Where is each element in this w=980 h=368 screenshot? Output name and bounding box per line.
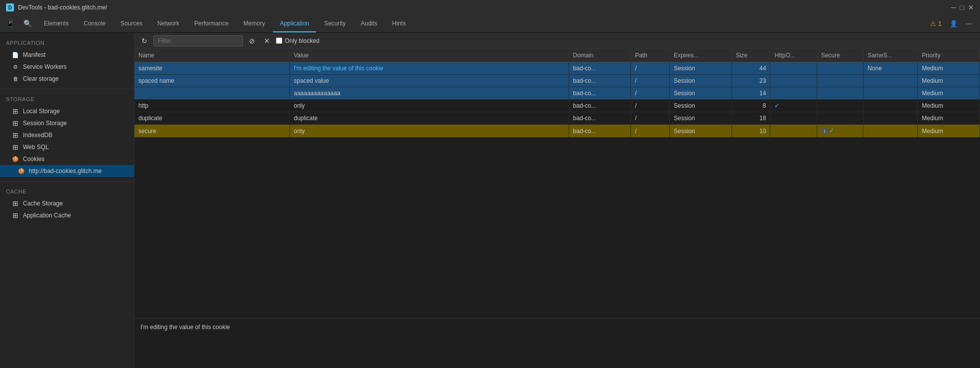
cache-storage-icon: ⊞ [12,200,19,207]
table-row[interactable]: samesiteI'm editing the value of this co… [134,62,980,75]
col-path[interactable]: Path [631,49,670,62]
cookies-table-container: Name Value Domain Path Expires... Size H… [134,49,980,318]
checkmark-icon: ✓ [829,127,834,134]
sidebar-divider-2 [0,181,134,182]
tab-console[interactable]: Console [77,15,113,32]
table-row[interactable]: httponlybad-co.../Session8✓Medium [134,100,980,112]
devtools-icon: D [6,3,14,11]
cell-name [134,87,289,100]
cell-priority: Medium [918,87,980,100]
tab-audits[interactable]: Audits [354,15,384,32]
tab-inspect[interactable]: 🔍 [19,15,36,32]
minimize-button[interactable]: ─ [951,3,956,11]
tabbar-actions: ⚠ 1 👤 ⋯ [928,15,978,32]
settings-icon[interactable]: 👤 [948,18,960,29]
cell-domain: bad-co... [569,100,631,112]
col-secure[interactable]: Secure [817,49,863,62]
col-expires[interactable]: Expires... [670,49,732,62]
sidebar-item-application-cache-label: Application Cache [23,212,71,219]
tab-performance[interactable]: Performance [187,15,236,32]
alert-badge[interactable]: ⚠ 1 [928,18,944,29]
col-httpo[interactable]: HttpO... [770,49,817,62]
table-row[interactable]: secureonlybad-co.../Session10i✓Medium [134,125,980,138]
cell-value: duplicate [289,112,569,125]
sidebar-item-indexeddb[interactable]: ⊞ IndexedDB [0,129,134,141]
col-value[interactable]: Value [289,49,569,62]
cell-path: / [631,100,670,112]
cell-domain: bad-co... [569,112,631,125]
only-blocked-label: Only blocked [285,37,319,44]
cell-secure [817,75,863,87]
more-icon[interactable]: ⋯ [964,18,974,29]
cell-size: 14 [732,87,770,100]
only-blocked-input[interactable] [276,37,282,44]
sidebar-item-manifest-label: Manifest [23,51,45,58]
indexeddb-icon: ⊞ [12,132,19,139]
col-sames[interactable]: SameS... [863,49,918,62]
tab-application[interactable]: Application [273,15,316,32]
col-domain[interactable]: Domain [569,49,631,62]
cell-path: / [631,75,670,87]
sidebar-item-clear-storage[interactable]: 🗑 Clear storage [0,73,134,85]
cell-httpo [770,125,817,138]
cell-httpo: ✓ [770,100,817,112]
table-row[interactable]: aaaaaaaaaaaaaabad-co.../Session14Medium [134,87,980,100]
sidebar-item-service-workers[interactable]: ⚙ Service Workers [0,61,134,73]
sidebar-item-manifest[interactable]: 📄 Manifest [0,49,134,61]
sidebar-item-cookies[interactable]: 🍪 Cookies [0,153,134,165]
sidebar-item-indexeddb-label: IndexedDB [23,132,52,139]
sidebar-sub-item-cookie-site[interactable]: 🍪 http://bad-cookies.glitch.me [0,165,134,177]
service-workers-icon: ⚙ [12,63,19,70]
web-sql-icon: ⊞ [12,144,19,151]
col-priority[interactable]: Priority [918,49,980,62]
col-name[interactable]: Name [134,49,289,62]
cell-sames [863,100,918,112]
cell-value: I'm editing the value of this cookie [289,62,569,75]
sidebar-item-session-storage[interactable]: ⊞ Session Storage [0,117,134,129]
cell-value: spaced value [289,75,569,87]
tab-device-toggle[interactable]: 📱 [2,15,18,32]
tab-hints[interactable]: Hints [385,15,413,32]
sidebar-item-application-cache[interactable]: ⊞ Application Cache [0,209,134,221]
sidebar-item-cache-storage[interactable]: ⊞ Cache Storage [0,197,134,209]
sidebar-item-cookies-label: Cookies [23,156,44,163]
cell-httpo [770,112,817,125]
cell-domain: bad-co... [569,62,631,75]
tab-network[interactable]: Network [150,15,186,32]
cell-sames [863,125,918,138]
block-icon[interactable]: ⊘ [246,35,258,47]
cell-expires: Session [670,100,732,112]
cell-size: 10 [732,125,770,138]
cell-expires: Session [670,87,732,100]
refresh-button[interactable]: ↻ [138,35,150,47]
filter-input[interactable] [153,35,243,46]
sidebar-item-service-workers-label: Service Workers [23,63,67,70]
cell-name: samesite [134,62,289,75]
cell-httpo [770,75,817,87]
sidebar-item-local-storage[interactable]: ⊞ Local Storage [0,105,134,117]
cell-domain: bad-co... [569,87,631,100]
maximize-button[interactable]: □ [960,3,964,11]
sidebar-divider-1 [0,89,134,89]
local-storage-icon: ⊞ [12,108,19,115]
tab-security[interactable]: Security [317,15,353,32]
table-row[interactable]: duplicateduplicatebad-co.../Session18Med… [134,112,980,125]
clear-button[interactable]: ✕ [261,35,273,47]
cell-domain: bad-co... [569,125,631,138]
table-header-row: Name Value Domain Path Expires... Size H… [134,49,980,62]
cookie-site-icon: 🍪 [18,168,25,175]
preview-text: I'm editing the value of this cookie [140,324,230,331]
tab-elements[interactable]: Elements [37,15,76,32]
tab-sources[interactable]: Sources [114,15,149,32]
tab-memory[interactable]: Memory [237,15,272,32]
sidebar-section-cache: Cache [0,185,134,197]
cell-secure [817,62,863,75]
col-size[interactable]: Size [732,49,770,62]
only-blocked-checkbox[interactable]: Only blocked [276,37,319,44]
sidebar-item-web-sql[interactable]: ⊞ Web SQL [0,141,134,153]
sidebar-item-clear-storage-label: Clear storage [23,75,59,82]
table-row[interactable]: spaced namespaced valuebad-co.../Session… [134,75,980,87]
cell-secure [817,112,863,125]
cell-name: spaced name [134,75,289,87]
close-button[interactable]: ✕ [968,3,974,11]
